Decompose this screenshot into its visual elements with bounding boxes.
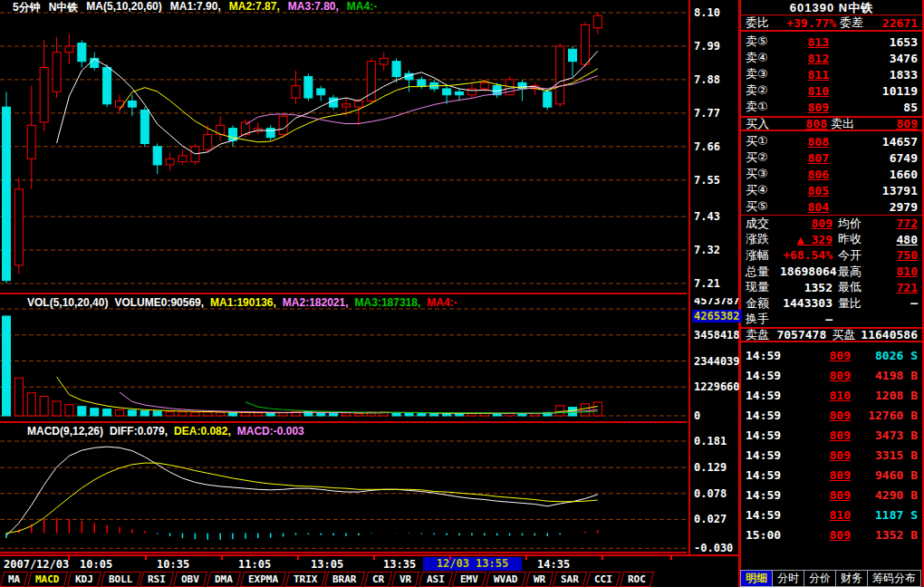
tick-volume: 3315 B [851,448,918,462]
tick-volume: 9460 B [851,468,918,482]
price-axis-label: 8.10 [694,6,720,19]
price-axis-label: 7.43 [694,210,720,223]
buy-total-label: 买盘 [832,327,861,343]
indicator-tab-ma[interactable]: MA [0,572,28,587]
ask-row[interactable]: 卖①80985 [741,99,922,115]
tick-price: 810 [787,508,851,522]
volume-pane-header: VOL(5,10,20,40) VOLUME0:90569,MA1:190136… [27,296,457,307]
volume-axis-label: 0 [694,409,700,422]
ask-row[interactable]: 卖⑤8131653 [741,34,922,50]
sell-label[interactable]: 卖出 [831,116,867,132]
level-price[interactable]: 812 [782,52,829,65]
header-value: MACD:-0.003 [237,425,304,436]
level-price[interactable]: 808 [782,135,829,149]
level-label: 卖③ [746,66,782,82]
tick-price: 809 [787,409,851,422]
indicator-tab-rsi[interactable]: RSI [140,572,174,587]
price-axis-label: 7.21 [694,277,720,290]
stat-row: 成交809均价772 [741,216,922,232]
tick-volume: 1208 B [851,389,918,402]
indicator-tab-emv[interactable]: EMV [452,572,486,587]
tick-time: 14:59 [746,409,787,422]
level-volume: 1653 [829,35,918,49]
tick-time: 14:59 [746,448,787,462]
ask-row[interactable]: 卖③8111833 [741,66,922,82]
indicator-tab-expma[interactable]: EXPMA [240,572,286,587]
bid-row[interactable]: 买①80814657 [741,133,922,149]
level-label: 买③ [746,166,782,182]
indicator-tab-macd[interactable]: MACD [27,572,68,587]
timeline-tick [525,556,527,560]
tick-list[interactable]: 14:598098026 S14:598094198 B14:598101208… [741,345,922,544]
header-value: DIFF:0.079, [110,425,168,436]
price-axis-label: 7.66 [694,140,720,153]
timeline-label: 13:05 [311,558,343,571]
macd-axis-label: 0.129 [694,461,727,474]
indicator-tab-cr[interactable]: CR [364,572,392,587]
level-price[interactable]: 813 [782,35,829,49]
level-volume: 6749 [829,151,918,165]
indicator-tab-sar[interactable]: SAR [553,572,587,587]
level-price[interactable]: 806 [782,168,829,181]
header-value: MA1:190136, [210,296,276,307]
tick-row: 14:5980912760 B [741,405,922,425]
sell-price[interactable]: 809 [867,117,918,130]
indicator-tab-brar[interactable]: BRAR [324,572,365,587]
buy-label[interactable]: 买入 [746,116,780,132]
bid-row[interactable]: 买③8061660 [741,166,922,182]
tick-row: 14:598094290 B [741,485,922,505]
panel-tab-分时[interactable]: 分时 [772,570,804,587]
level-price[interactable]: 810 [782,84,829,98]
macd-axis-label: -0.030 [694,542,733,554]
bid-row[interactable]: 买⑤8042979 [741,198,922,215]
level-label: 买④ [746,182,782,198]
level-price[interactable]: 807 [782,151,829,165]
level-label: 买① [746,133,782,149]
level-volume: 14657 [829,135,918,149]
panel-tab-财务[interactable]: 财务 [835,570,868,587]
indicator-tab-wvad[interactable]: WVAD [486,572,526,587]
buy-price[interactable]: 808 [780,117,827,130]
indicator-tab-trix[interactable]: TRIX [285,572,326,587]
level-price[interactable]: 809 [782,101,829,114]
weibi-label: 委比 [746,14,780,31]
level-price[interactable]: 805 [782,184,829,197]
tick-volume: 1187 S [851,508,918,522]
macd-axis-label: 0.027 [694,513,727,525]
indicator-tab-cci[interactable]: CCI [586,572,621,587]
price-axis-label: 7.77 [694,107,720,120]
indicator-tab-asi[interactable]: ASI [419,572,453,587]
tick-volume: 1352 B [851,528,918,542]
panel-tab-筹码分布[interactable]: 筹码分布 [867,570,921,587]
indicator-tab-roc[interactable]: ROC [620,572,654,587]
panel-tab-明细[interactable]: 明细 [740,570,773,587]
indicator-tab-obv[interactable]: OBV [173,572,207,587]
indicator-tab-kdj[interactable]: KDJ [67,572,101,587]
panel-tab-分价[interactable]: 分价 [804,570,836,587]
stat-value: 750 [874,248,918,262]
stat-value: — [874,296,918,310]
indicator-tab-vr[interactable]: VR [391,572,419,587]
tick-time: 14:59 [746,389,787,402]
price-axis-label: 7.99 [694,40,720,53]
axis-labels-column: 4573787 4265382 8.107.997.887.777.667.55… [688,0,740,554]
indicator-tab-dma[interactable]: DMA [207,572,241,587]
level-volume: 85 [829,101,918,114]
vol-values: VOLUME0:90569,MA1:190136,MA2:182021,MA3:… [114,296,457,307]
tick-price: 809 [787,468,851,482]
indicator-tab-wr[interactable]: WR [525,572,553,587]
timeline-label: 2007/12/03 [4,558,69,571]
header-value: MA4:- [427,296,457,307]
ask-row[interactable]: 卖④8123476 [741,50,922,66]
level-volume: 13791 [829,184,918,197]
candlestick-volume-macd-chart[interactable] [0,0,687,554]
ask-row[interactable]: 卖②81010119 [741,82,922,99]
indicator-tab-boll[interactable]: BOLL [101,572,141,587]
ask-levels: 卖⑤8131653卖④8123476卖③8111833卖②81010119卖①8… [741,34,922,115]
bid-row[interactable]: 买②8076749 [741,149,922,166]
level-price[interactable]: 811 [782,68,829,82]
stat-label: 总量 [746,264,780,280]
timeline-axis: 12/03 13:55 2007/12/0310:0510:3511:0513:… [0,554,738,573]
level-price[interactable]: 804 [782,200,829,214]
bid-row[interactable]: 买④80513791 [741,182,922,198]
